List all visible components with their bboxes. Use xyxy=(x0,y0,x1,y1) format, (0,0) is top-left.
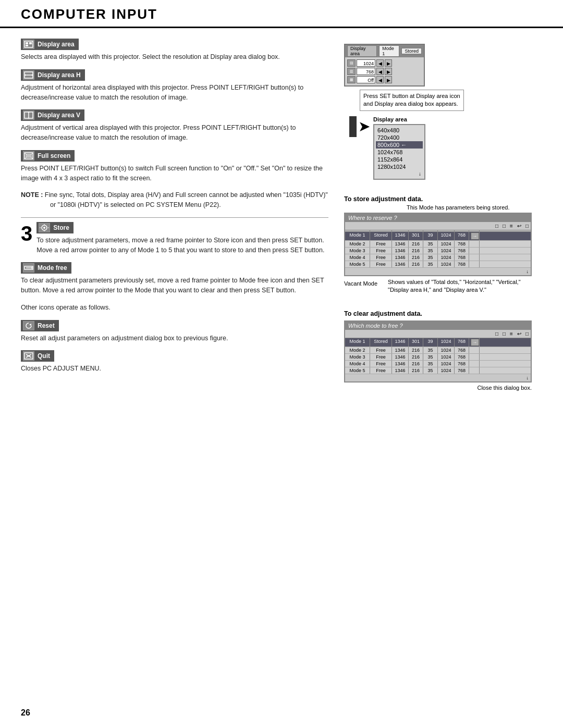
dialog-titlebar: Display area Mode 1 Stored xyxy=(345,45,424,57)
mode-free-icon xyxy=(23,263,34,273)
svg-rect-2 xyxy=(29,42,32,44)
store-text: To store adjustment parameters, move a r… xyxy=(36,236,328,255)
header-n3 xyxy=(423,230,438,231)
dialog-tab-mode1: Mode 1 xyxy=(379,45,399,57)
display-area-v-icon xyxy=(23,110,34,120)
header-btn xyxy=(469,230,480,231)
store-footer: Vacant Mode Shows values of "Total dots,… xyxy=(344,278,532,294)
page-footer: 26 xyxy=(21,708,30,718)
quit-section: Quit Closes PC ADJUST MENU. xyxy=(21,350,328,374)
display-area-v-label: Display area V xyxy=(21,109,84,121)
display-area-callout: Press SET button at Display area icon an… xyxy=(344,90,542,111)
display-area-text: Selects area displayed with this project… xyxy=(21,52,328,62)
arrow-bar xyxy=(349,116,357,137)
dialog-body: ▤ 1024 ◀ ▶ ▥ 768 ◀ ▶ xyxy=(345,57,424,85)
display-area-label: Display area xyxy=(21,39,79,50)
arr-btn-1[interactable]: ◀ xyxy=(376,59,384,67)
display-area-h-text: Adjustment of horizontal area displayed … xyxy=(21,83,328,103)
icon-row: □ □ ≡ ↩ □ xyxy=(345,222,531,230)
arr-btn-5[interactable]: ◀ xyxy=(376,76,384,83)
clear-row-1: Mode 2 Free 1346 216 35 1024 768 xyxy=(345,347,531,354)
row-off: ▦ Off ◀ ▶ xyxy=(347,76,392,83)
arr-btn-2[interactable]: ▶ xyxy=(385,59,392,67)
icon-4: ↩ xyxy=(517,223,521,229)
store-title: To store adjustment data. xyxy=(344,195,542,203)
display-area-h-section: Display area H Adjustment of horizontal … xyxy=(21,69,328,103)
c-icon-3: ≡ xyxy=(510,331,513,337)
icon-2: □ xyxy=(503,223,506,229)
clear-diagram: To clear adjustment data. Which mode to … xyxy=(344,310,542,391)
clear-row-3: Mode 4 Free 1346 216 35 1024 768 xyxy=(345,361,531,367)
store-row-4: Mode 5 Free 1346 216 35 1024 768 xyxy=(345,261,531,268)
bold-arrow: ➤ xyxy=(358,119,370,134)
page-title: COMPUTER INPUT xyxy=(21,6,542,22)
note-section: NOTE : Fine sync, Total dots, Display ar… xyxy=(21,190,328,210)
arr-btn-4[interactable]: ▶ xyxy=(385,68,392,75)
arrow-block: ➤ xyxy=(349,116,370,139)
other-icons-section: Other icons operate as follows. xyxy=(21,303,328,313)
resolution-list: 640x480 720x400 800x600 ← 1024x768 1152x… xyxy=(373,124,425,180)
clear-icon-row: □ □ ≡ ↩ □ xyxy=(345,330,531,338)
clear-scroll: ↓ xyxy=(345,374,531,381)
arrow-pair: ➤ xyxy=(349,116,370,137)
row-icon-2: ▥ xyxy=(347,68,356,75)
row-icon-3: ▦ xyxy=(347,76,356,83)
store-row-3: Mode 4 Free 1346 216 35 1024 768 xyxy=(345,254,531,261)
icon-3: ≡ xyxy=(510,223,513,229)
c-icon-1: □ xyxy=(495,331,498,337)
arr-btn-3[interactable]: ◀ xyxy=(376,68,384,75)
full-screen-icon xyxy=(23,151,34,161)
store-callout: This Mode has parameters being stored. xyxy=(344,204,542,211)
reset-icon xyxy=(23,321,34,330)
dialog-tab-stored: Stored xyxy=(401,48,422,54)
res-1024x768: 1024x768 xyxy=(376,149,423,156)
display-area-diagram: Display area Mode 1 Stored ▤ 1024 ◀ ▶ xyxy=(344,44,542,180)
display-area-h-icon xyxy=(23,70,34,80)
full-screen-label: Full screen xyxy=(21,150,75,162)
right-column: Display area Mode 1 Stored ▤ 1024 ◀ ▶ xyxy=(344,39,542,391)
full-screen-text: Press POINT LEFT/RIGHT button(s) to swit… xyxy=(21,164,328,183)
row-768: ▥ 768 ◀ ▶ xyxy=(347,68,392,75)
store-table-title: Where to reserve ? xyxy=(345,214,531,222)
res-800x600: 800x600 ← xyxy=(376,141,423,149)
svg-marker-23 xyxy=(29,324,31,326)
page-content: Display area Selects area displayed with… xyxy=(0,39,563,391)
display-area-icon xyxy=(23,40,34,49)
header-n2 xyxy=(409,230,423,231)
store-label: Store xyxy=(36,222,74,233)
row-icon-1: ▤ xyxy=(347,59,356,67)
icon-5: □ xyxy=(525,223,529,229)
field-768: 768 xyxy=(357,68,375,75)
store-row-1: Mode 2 Free 1346 216 35 1024 768 xyxy=(345,241,531,248)
quit-text: Closes PC ADJUST MENU. xyxy=(21,364,328,374)
store-scroll: ↓ xyxy=(345,268,531,275)
reset-text: Reset all adjust parameters on adjustmen… xyxy=(21,334,328,343)
page-number: 26 xyxy=(21,708,30,717)
note-body: Fine sync, Total dots, Display area (H/V… xyxy=(45,191,328,208)
step3-section: 3 Store To store adjustment parameters, … xyxy=(21,222,328,255)
display-area-v-text: Adjustment of vertical area displayed wi… xyxy=(21,123,328,143)
header-stat xyxy=(370,230,392,231)
clear-title: To clear adjustment data. xyxy=(344,310,542,317)
store-diagram: To store adjustment data. This Mode has … xyxy=(344,195,542,294)
display-area-section: Display area Selects area displayed with… xyxy=(21,39,328,62)
quit-icon xyxy=(23,351,34,361)
mode-free-label: Mode free xyxy=(21,262,71,274)
header-n1 xyxy=(392,230,409,231)
svg-rect-1 xyxy=(26,42,28,44)
quit-label: Quit xyxy=(21,350,54,362)
store-row-0: Mode 1 Stored 1346 301 39 1024 768 → xyxy=(345,232,531,241)
separator xyxy=(21,217,328,218)
arr-btn-6[interactable]: ▶ xyxy=(385,76,392,83)
row-1024: ▤ 1024 ◀ ▶ xyxy=(347,59,392,67)
res-scroll: ↓ xyxy=(376,170,423,177)
header-n4 xyxy=(438,230,455,231)
header-mode xyxy=(345,230,370,231)
store-table: Where to reserve ? □ □ ≡ ↩ □ xyxy=(344,213,532,276)
mode-free-text: To clear adjustment parameters previousl… xyxy=(21,276,328,295)
note-prefix: NOTE : xyxy=(21,191,43,199)
field-off: Off xyxy=(357,76,375,83)
note-text: NOTE : Fine sync, Total dots, Display ar… xyxy=(21,190,328,210)
display-area-dialog-mock: Display area Mode 1 Stored ▤ 1024 ◀ ▶ xyxy=(344,44,425,87)
clear-row-2: Mode 3 Free 1346 216 35 1024 768 xyxy=(345,354,531,361)
